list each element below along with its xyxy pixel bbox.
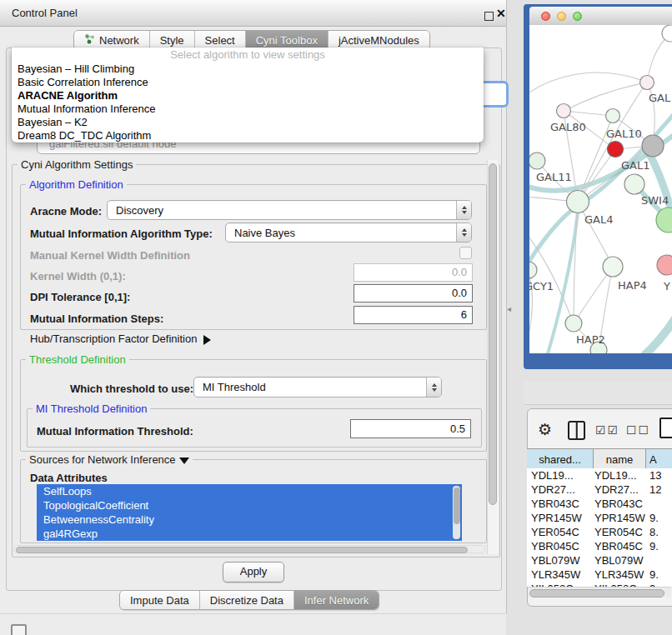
table-row[interactable]: YBR043CYBR043C (527, 497, 672, 511)
docked-panel-icon[interactable] (11, 624, 27, 635)
settings-vertical-scrollbar[interactable] (487, 160, 499, 554)
table-header: shared... name A (527, 448, 672, 470)
deselect-all-icon[interactable]: ☐☐ (626, 423, 650, 437)
scrollbar-thumb[interactable] (454, 488, 460, 524)
node-label: Y (663, 280, 670, 292)
table-row[interactable]: YLR345WYLR345W9. (527, 568, 672, 582)
network-node-swi4[interactable] (624, 174, 644, 194)
zoom-traffic-light-icon[interactable] (573, 12, 582, 21)
list-item-topologicalcoefficient[interactable]: TopologicalCoefficient (37, 498, 462, 512)
network-node[interactable] (642, 135, 664, 157)
table-cell: 9. (646, 539, 672, 553)
attributes-scrollbar[interactable] (453, 486, 460, 539)
network-node-gal10[interactable] (606, 109, 620, 123)
menu-item-basic-correlation[interactable]: Basic Correlation Inference (12, 76, 484, 89)
menu-item-dream8[interactable]: Dream8 DC_TDC Algorithm (12, 129, 484, 142)
menu-item-bayesian-k2[interactable]: Bayesian – K2 (12, 116, 484, 129)
tab-infer-network[interactable]: Infer Network (293, 591, 379, 609)
network-node-gal11[interactable] (529, 152, 545, 169)
tab-jactivemnodules[interactable]: jActiveMNodules (328, 31, 429, 49)
panel-divider-grip[interactable]: ◂ (507, 304, 511, 313)
aracne-mode-combo[interactable]: Discovery (107, 200, 472, 220)
network-node-gal80[interactable] (557, 104, 571, 118)
table-row[interactable]: YPR145WYPR145W9. (527, 511, 672, 525)
mi-type-combo[interactable]: Naive Bayes (225, 222, 472, 242)
combo-stepper-icon (456, 201, 471, 219)
which-threshold-combo[interactable]: MI Threshold (193, 377, 442, 398)
sources-title[interactable]: Sources for Network Inference (26, 453, 193, 466)
table-row[interactable]: YER054CYER054C8. (527, 525, 672, 539)
node-label: GAL4 (584, 213, 613, 226)
table-row[interactable]: YBL079WYBL079W (527, 553, 672, 568)
table-cell: YBL079W (594, 553, 646, 568)
dpi-tolerance-field[interactable]: 0.0 (354, 284, 473, 302)
select-all-icon[interactable]: ☑☑ (595, 423, 619, 437)
list-item-gal4rgexp[interactable]: gal4RGexp (37, 527, 462, 541)
menu-item-aracne[interactable]: ARACNE Algorithm (12, 89, 484, 102)
columns-icon[interactable] (568, 421, 585, 440)
tab-network[interactable]: Network (74, 31, 149, 49)
column-header-a[interactable]: A (646, 449, 672, 469)
column-header-name[interactable]: name (594, 449, 646, 469)
table-cell: YER054C (594, 525, 646, 539)
network-node-hap2[interactable] (565, 315, 582, 332)
menu-item-bayesian-hill-climbing[interactable]: Bayesian – Hill Climbing (12, 62, 484, 76)
tab-discretize-data[interactable]: Discretize Data (199, 591, 293, 609)
list-item-selfloops[interactable]: SelfLoops (37, 484, 462, 498)
manual-kernel-checkbox[interactable] (459, 247, 472, 259)
close-icon[interactable]: ✕ (496, 7, 506, 20)
mi-threshold-field[interactable]: 0.5 (350, 419, 471, 438)
node-label: GCY1 (529, 280, 554, 292)
network-graph[interactable]: GALGAL80GAL10GAL1GAL11SWI4GAL4GCY1YHAP4H… (529, 25, 672, 353)
list-item-betweennesscentrality[interactable]: BetweennessCentrality (37, 512, 462, 527)
table-cell: YLR345W (594, 568, 646, 582)
table-cell: YBR043C (594, 497, 646, 511)
table-cell: YDL19... (594, 468, 646, 482)
scrollbar-thumb[interactable] (16, 547, 468, 553)
network-window-titlebar[interactable] (529, 7, 672, 26)
apply-button[interactable]: Apply (223, 562, 284, 582)
table-row[interactable]: YBR045CYBR045C9. (527, 539, 672, 553)
tab-select[interactable]: Select (194, 31, 245, 49)
minimize-traffic-light-icon[interactable] (557, 12, 566, 21)
float-window-icon[interactable] (484, 12, 494, 21)
tab-style[interactable]: Style (149, 31, 194, 49)
table-cell: YBR045C (527, 539, 594, 553)
mi-steps-field[interactable]: 6 (354, 306, 473, 324)
network-canvas[interactable]: GALGAL80GAL10GAL1GAL11SWI4GAL4GCY1YHAP4H… (529, 25, 672, 353)
tab-cyni-toolbox[interactable]: Cyni Toolbox (245, 31, 328, 49)
table-cell (646, 553, 672, 568)
network-edge[interactable] (564, 82, 647, 111)
network-node-y[interactable] (657, 255, 672, 275)
table-cell: 9. (646, 568, 672, 582)
scrollbar-thumb[interactable] (489, 163, 497, 505)
network-node-gal1[interactable] (608, 142, 624, 158)
settings-horizontal-scrollbar[interactable] (13, 545, 485, 553)
settings-group-title: Cyni Algorithm Settings (18, 158, 136, 171)
network-node-gcy1[interactable] (529, 262, 537, 278)
close-traffic-light-icon[interactable] (541, 12, 550, 21)
node-label: GAL1 (621, 159, 649, 172)
table-row[interactable]: YDL19...YDL19...13 (527, 468, 672, 482)
hub-definition-expander[interactable]: Hub/Transcription Factor Definition (30, 332, 211, 345)
network-node-gal4[interactable] (567, 191, 589, 213)
network-node[interactable] (662, 25, 672, 42)
tab-impute-data[interactable]: Impute Data (120, 591, 199, 609)
export-table-icon[interactable] (659, 418, 672, 438)
menu-item-mutual-information[interactable]: Mutual Information Inference (12, 102, 484, 116)
column-header-shared-name[interactable]: shared... (527, 449, 594, 469)
kernel-width-field[interactable]: 0.0 (354, 263, 473, 282)
gear-icon[interactable]: ⚙ (538, 420, 552, 439)
table-cell: YPR145W (594, 511, 646, 525)
network-node-hap4[interactable] (603, 257, 623, 277)
dpi-tolerance-label: DPI Tolerance [0,1]: (30, 291, 130, 303)
aracne-mode-label: Aracne Mode: (30, 205, 102, 218)
network-node-gal[interactable] (640, 76, 654, 90)
network-edge-thick[interactable] (619, 314, 672, 353)
table-row[interactable]: YDR27...YDR27...12 (527, 482, 672, 497)
mi-steps-label: Mutual Information Steps: (30, 312, 163, 325)
threshold-definition-title: Threshold Definition (26, 353, 129, 366)
scrollbar-thumb[interactable] (529, 589, 664, 598)
table-horizontal-scrollbar[interactable] (528, 587, 671, 598)
node-label: HAP4 (618, 279, 647, 292)
